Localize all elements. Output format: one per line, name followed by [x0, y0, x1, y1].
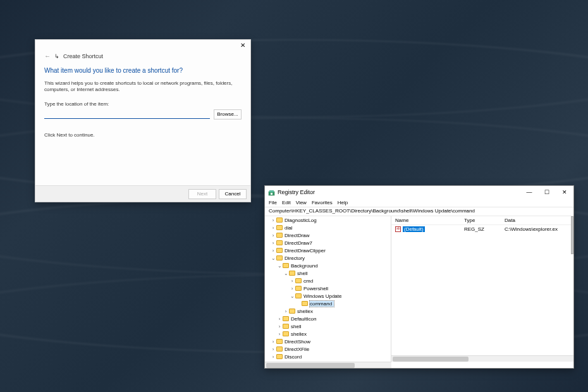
tree-label[interactable]: Windows Update: [303, 293, 343, 299]
resize-handle[interactable]: [571, 216, 573, 254]
wizard-main-heading: What item would you like to create a sho…: [35, 63, 250, 80]
menu-edit[interactable]: Edit: [282, 200, 291, 205]
maximize-button[interactable]: ☐: [538, 186, 556, 199]
scrollbar-thumb[interactable]: [393, 357, 469, 362]
tree-label[interactable]: dial: [285, 225, 294, 231]
tree-node[interactable]: ›DiagnosticLog: [265, 216, 391, 224]
tree-node[interactable]: ›DirectXFile: [265, 345, 391, 353]
tree-label[interactable]: shell: [291, 324, 303, 329]
chevron-down-icon[interactable]: ⌄: [283, 271, 289, 276]
chevron-right-icon[interactable]: ›: [289, 278, 295, 284]
browse-button[interactable]: Browse...: [214, 109, 242, 119]
tree-label[interactable]: shellex: [297, 309, 315, 314]
chevron-right-icon[interactable]: ›: [270, 354, 276, 360]
tree-label[interactable]: DirectXFile: [285, 346, 311, 352]
tree-node[interactable]: ›Discord: [265, 353, 391, 360]
tree-node[interactable]: ⌄shell: [265, 269, 391, 277]
menu-view[interactable]: View: [296, 200, 307, 205]
location-label: Type the location of the item:: [35, 101, 250, 109]
tree-pane[interactable]: ›DiagnosticLog›dial›DirectDraw›DirectDra…: [265, 216, 391, 362]
folder-icon: [283, 316, 289, 321]
tree-label[interactable]: shell: [297, 271, 309, 276]
tree-node[interactable]: ›DirectDraw7: [265, 239, 391, 247]
tree-node[interactable]: ⌄Directory: [265, 254, 391, 262]
folder-icon: [276, 233, 283, 238]
column-type[interactable]: Type: [464, 217, 505, 223]
chevron-right-icon[interactable]: ›: [276, 316, 283, 322]
titlebar: Registry Editor — ☐ ✕: [265, 186, 573, 199]
chevron-right-icon[interactable]: ›: [270, 248, 276, 254]
tree-h-scrollbar[interactable]: [265, 362, 391, 368]
tree-node[interactable]: ›cmd: [265, 277, 391, 285]
chevron-down-icon[interactable]: ⌄: [270, 255, 276, 261]
tree-label[interactable]: Discord: [285, 354, 303, 360]
value-data: C:\Windows\explorer.ex: [505, 226, 573, 232]
location-input[interactable]: [44, 110, 210, 119]
chevron-right-icon[interactable]: ›: [270, 346, 276, 352]
folder-icon: [295, 278, 302, 283]
address-bar[interactable]: Computer\HKEY_CLASSES_ROOT\Directory\Bac…: [265, 207, 573, 216]
next-button[interactable]: Next: [188, 189, 216, 199]
tree-node[interactable]: command: [265, 300, 391, 307]
tree-node[interactable]: ›DirectShow: [265, 338, 391, 345]
minimize-button[interactable]: —: [520, 186, 538, 199]
folder-icon: [283, 263, 289, 268]
menubar: File Edit View Favorites Help: [265, 199, 573, 207]
regedit-icon: [267, 188, 275, 196]
chevron-right-icon[interactable]: ›: [270, 217, 276, 223]
folder-icon: [276, 240, 283, 245]
chevron-down-icon[interactable]: ⌄: [276, 263, 283, 269]
values-h-scrollbar[interactable]: [391, 355, 573, 362]
tree-node[interactable]: ›dial: [265, 224, 391, 231]
folder-icon: [283, 324, 289, 329]
chevron-right-icon[interactable]: ›: [283, 309, 289, 314]
folder-icon: [295, 286, 302, 291]
column-data[interactable]: Data: [505, 217, 573, 223]
tree-node[interactable]: ⌄Windows Update: [265, 292, 391, 300]
tree-node[interactable]: ›shell: [265, 322, 391, 330]
tree-node[interactable]: ›shellex: [265, 307, 391, 315]
menu-favorites[interactable]: Favorites: [312, 200, 333, 205]
chevron-right-icon[interactable]: ›: [270, 233, 276, 238]
tree-label[interactable]: DirectShow: [285, 339, 312, 345]
tree-node[interactable]: ⌄Background: [265, 262, 391, 269]
chevron-right-icon[interactable]: ›: [270, 225, 276, 231]
folder-icon: [289, 271, 295, 276]
folder-icon: [283, 331, 289, 336]
tree-label[interactable]: DiagnosticLog: [285, 217, 319, 223]
close-button[interactable]: ✕: [556, 186, 573, 199]
menu-help[interactable]: Help: [338, 200, 348, 205]
tree-label[interactable]: cmd: [303, 278, 315, 284]
tree-label[interactable]: Powershell: [303, 286, 330, 291]
tree-node[interactable]: ›DefaultIcon: [265, 315, 391, 322]
chevron-right-icon[interactable]: ›: [276, 331, 283, 337]
tree-node[interactable]: ›Powershell: [265, 285, 391, 292]
value-row[interactable]: (Default)REG_SZC:\Windows\explorer.ex: [391, 225, 573, 233]
menu-file[interactable]: File: [269, 200, 277, 205]
chevron-right-icon[interactable]: ›: [289, 286, 295, 291]
column-name[interactable]: Name: [391, 217, 464, 223]
tree-label[interactable]: Background: [291, 263, 320, 269]
tree-label[interactable]: DirectDrawClipper: [285, 248, 328, 254]
tree-label[interactable]: DirectDraw: [285, 233, 312, 238]
chevron-right-icon[interactable]: ›: [270, 240, 276, 246]
tree-label[interactable]: shellex: [291, 331, 309, 337]
chevron-right-icon[interactable]: ›: [276, 324, 283, 329]
chevron-down-icon[interactable]: ⌄: [289, 293, 295, 299]
tree-label[interactable]: Directory: [285, 255, 307, 261]
cancel-button[interactable]: Cancel: [219, 189, 247, 199]
tree-node[interactable]: ›DirectDraw: [265, 231, 391, 239]
tree-node[interactable]: ›shellex: [265, 330, 391, 338]
window-title: Registry Editor: [278, 189, 520, 195]
back-icon[interactable]: ←: [44, 52, 51, 59]
value-name[interactable]: (Default): [403, 226, 425, 232]
close-button[interactable]: ✕: [235, 40, 250, 51]
tree-label[interactable]: DirectDraw7: [285, 240, 314, 246]
chevron-right-icon[interactable]: ›: [270, 339, 276, 345]
tree-label[interactable]: command: [310, 301, 334, 307]
scrollbar-thumb[interactable]: [266, 363, 355, 368]
tree-label[interactable]: DefaultIcon: [291, 316, 318, 322]
svg-rect-1: [269, 190, 274, 192]
tree-node[interactable]: ›DirectDrawClipper: [265, 247, 391, 254]
continue-hint: Click Next to continue.: [35, 127, 250, 138]
